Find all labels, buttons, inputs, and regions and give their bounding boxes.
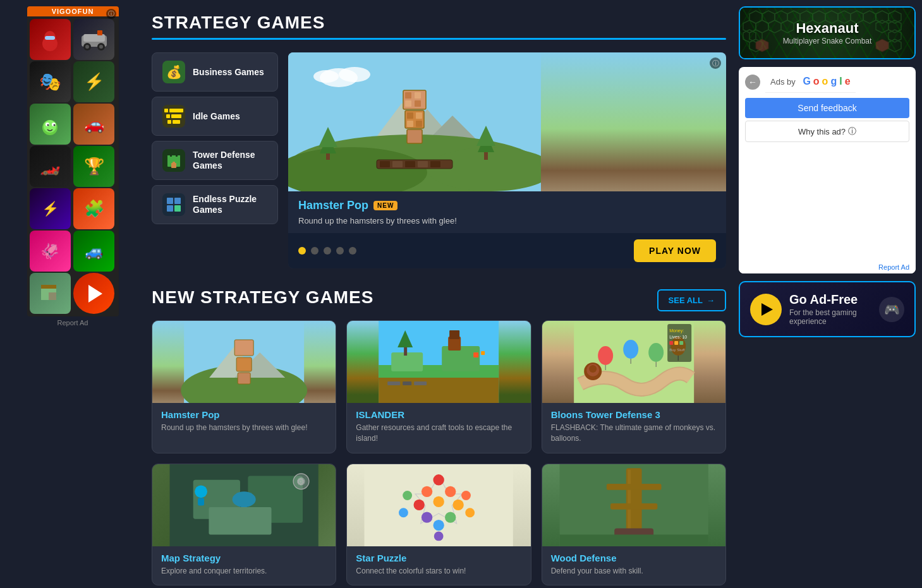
svg-rect-23 [49, 292, 56, 300]
category-tower-defense[interactable]: Tower DefenseGames [152, 141, 278, 180]
category-endless-puzzle[interactable]: Endless PuzzleGames [152, 185, 278, 224]
svg-rect-113 [198, 498, 204, 505]
svg-point-128 [461, 491, 471, 500]
business-label: Business Games [193, 67, 264, 78]
ad-game-fortnite[interactable]: ⚡ [30, 188, 71, 229]
game-card-bloons[interactable]: Money: Lives: 10 Buy Stuff Bloons Tower … [542, 320, 726, 453]
carousel-dot-1[interactable] [298, 247, 306, 255]
svg-rect-78 [442, 346, 480, 371]
hexanaut-card[interactable]: Hexanaut Multiplayer Snake Combat [739, 6, 916, 59]
svg-marker-164 [876, 39, 889, 52]
carousel-dot-3[interactable] [324, 247, 331, 255]
puzzle-label: Endless PuzzleGames [193, 194, 257, 215]
svg-rect-83 [473, 352, 478, 357]
svg-rect-82 [449, 330, 459, 339]
svg-rect-30 [167, 198, 173, 204]
game-card-hamster-pop[interactable]: Hamster Pop Round up the hamsters by thr… [152, 320, 336, 453]
adfree-text: Go Ad-Free For the best gaming experienc… [789, 292, 871, 326]
ad-game-minecraft[interactable] [30, 273, 71, 314]
svg-marker-149 [863, 11, 876, 23]
svg-marker-162 [889, 39, 901, 52]
svg-point-9 [99, 45, 103, 49]
svg-point-119 [434, 474, 444, 485]
category-business-games[interactable]: 💰 Business Games [152, 52, 278, 92]
carousel-dot-2[interactable] [311, 247, 318, 255]
svg-rect-19 [41, 285, 49, 289]
ads-report-ad[interactable]: Report Ad [739, 261, 916, 273]
carousel-dot-4[interactable] [336, 247, 344, 255]
go-adfree-card[interactable]: Go Ad-Free For the best gaming experienc… [739, 281, 916, 337]
svg-point-7 [85, 45, 89, 49]
google-o2: o [822, 76, 828, 87]
svg-point-17 [53, 124, 55, 126]
ad-game-asphalt[interactable] [73, 19, 114, 60]
ad-game-bendy[interactable]: 🎭 [30, 61, 71, 102]
featured-description: Round up the hamsters by threes with gle… [298, 216, 716, 225]
svg-rect-25 [167, 155, 170, 159]
svg-point-121 [453, 499, 464, 510]
featured-game-card[interactable]: ⓘ [288, 52, 726, 268]
featured-scene [288, 52, 726, 191]
svg-rect-60 [407, 129, 422, 143]
svg-point-16 [47, 124, 49, 126]
ads-back-button[interactable]: ← [745, 75, 760, 90]
ad-game-among-us[interactable] [30, 19, 71, 60]
svg-rect-22 [41, 292, 49, 300]
ad-game-puzzle[interactable]: 🧩 [73, 188, 114, 229]
game-card-star[interactable]: Star Puzzle Connect the colorful stars t… [346, 464, 531, 586]
game-card-wood[interactable]: Wood Defense Defend your base with skill… [542, 464, 726, 586]
svg-rect-4 [45, 36, 55, 40]
section-divider [152, 38, 726, 40]
why-info-icon: ⓘ [848, 126, 856, 137]
bloons-title: Bloons Tower Defense 3 [551, 409, 717, 420]
game-card-islander[interactable]: ISLANDER Gather resources and craft tool… [346, 320, 531, 453]
carousel-dots [298, 247, 356, 255]
featured-footer: PLAY NOW [288, 233, 726, 268]
svg-rect-104 [674, 341, 678, 345]
google-l: l [839, 76, 842, 87]
category-idle-games[interactable]: Idle Games [152, 97, 278, 136]
wood-info: Wood Defense Defend your base with skill… [542, 546, 725, 585]
svg-point-125 [414, 499, 425, 510]
ad-info-button[interactable]: ⓘ [106, 9, 116, 19]
svg-rect-85 [387, 381, 400, 385]
carousel-dot-5[interactable] [349, 247, 356, 255]
map-title: Map Strategy [161, 553, 327, 563]
svg-rect-72 [236, 357, 252, 371]
svg-rect-31 [174, 198, 181, 204]
new-badge: NEW [373, 201, 397, 210]
wood-title: Wood Defense [551, 553, 717, 563]
why-this-ad-button[interactable]: Why this ad? ⓘ [745, 121, 909, 142]
ad-game-fifa[interactable]: 🏆 [73, 146, 114, 187]
why-this-ad-label: Why this ad? [798, 127, 846, 136]
ad-play-button[interactable] [73, 273, 114, 314]
svg-point-111 [233, 491, 256, 507]
send-feedback-button[interactable]: Send feedback [745, 98, 909, 118]
games-grid-row1: Hamster Pop Round up the hamsters by thr… [152, 320, 726, 453]
strategy-games-title: STRATEGY GAMES [152, 13, 726, 33]
svg-point-126 [422, 486, 432, 496]
svg-marker-156 [889, 20, 901, 33]
svg-point-120 [445, 486, 456, 496]
featured-image: ⓘ [288, 52, 726, 191]
svg-rect-65 [418, 161, 428, 167]
ad-game-brawl[interactable]: ⚡ [73, 61, 114, 102]
left-report-ad[interactable]: Report Ad [58, 319, 88, 327]
svg-rect-52 [415, 92, 421, 99]
svg-rect-57 [416, 112, 422, 119]
ad-game-road[interactable]: 🚗 [73, 104, 114, 145]
svg-point-36 [339, 67, 370, 82]
svg-point-37 [313, 70, 339, 83]
ads-blank-area [739, 147, 916, 261]
play-now-button[interactable]: PLAY NOW [634, 239, 716, 262]
ad-game-monster[interactable]: 🚙 [73, 231, 114, 272]
see-all-button[interactable]: SEE ALL → [657, 289, 726, 311]
featured-ad-info[interactable]: ⓘ [710, 57, 721, 69]
islander-desc: Gather resources and craft tools to esca… [356, 423, 521, 444]
svg-rect-21 [49, 285, 56, 289]
game-card-map[interactable]: ⚙ Map Strategy Explore and conquer terri… [152, 464, 336, 586]
new-strategy-title: NEW STRATEGY GAMES [152, 287, 373, 308]
ad-game-squid[interactable]: 🦑 [30, 231, 71, 272]
ad-game-car[interactable]: 🏎️ [30, 146, 71, 187]
ad-game-cut-rope[interactable] [30, 104, 71, 145]
